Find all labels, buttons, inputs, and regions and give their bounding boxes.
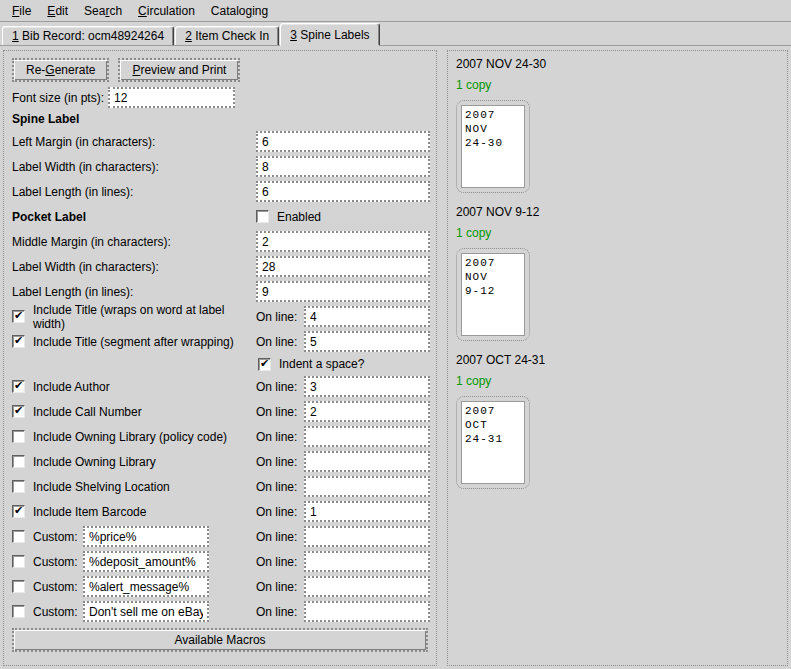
call-number-on-line-field[interactable] <box>304 401 430 422</box>
title-segment-on-line-field[interactable] <box>304 331 430 352</box>
on-line-label: On line: <box>256 430 304 444</box>
spine-label-preview-text: 2007 NOV 24-30 <box>461 105 525 188</box>
on-line-label: On line: <box>256 580 304 594</box>
on-line-label: On line: <box>256 310 304 324</box>
spine-label-preview: 2007 OCT 24-31 <box>456 396 530 489</box>
item-barcode-on-line-field[interactable] <box>304 501 430 522</box>
label-group-title: 2007 NOV 24-30 <box>456 57 779 71</box>
custom-row-3: Custom: On line: <box>12 576 428 597</box>
custom-2-checkbox[interactable] <box>12 555 25 568</box>
menu-item-search[interactable]: Search <box>76 2 130 20</box>
pocket-label-length-row: Label Length (in lines): <box>12 281 428 302</box>
on-line-label: On line: <box>256 480 304 494</box>
custom-label: Custom: <box>33 605 83 619</box>
spine-label-length-label: Label Length (in lines): <box>12 185 256 199</box>
custom-3-value-field[interactable] <box>83 576 209 597</box>
custom-1-on-line-field[interactable] <box>304 526 430 547</box>
font-size-label: Font size (in pts): <box>12 91 108 105</box>
custom-3-checkbox[interactable] <box>12 580 25 593</box>
panel-splitter[interactable] <box>437 50 447 666</box>
include-item-barcode-label: Include Item Barcode <box>33 505 146 519</box>
menubar: File Edit Search Circulation Cataloging <box>0 0 791 22</box>
include-shelving-location-label: Include Shelving Location <box>33 480 170 494</box>
custom-label: Custom: <box>33 580 83 594</box>
custom-1-checkbox[interactable] <box>12 530 25 543</box>
content-area: Re-Generate Preview and Print Font size … <box>0 46 791 669</box>
custom-4-value-field[interactable] <box>83 601 209 622</box>
copy-count: 1 copy <box>456 374 779 388</box>
label-group-title: 2007 NOV 9-12 <box>456 205 779 219</box>
include-author-checkbox[interactable] <box>12 380 25 393</box>
include-title-segment-checkbox[interactable] <box>12 335 25 348</box>
include-author-label: Include Author <box>33 380 110 394</box>
include-title-segment-label: Include Title (segment after wrapping) <box>33 335 234 349</box>
pocket-label-length-field[interactable] <box>256 281 430 302</box>
title-wrap-on-line-field[interactable] <box>304 306 430 327</box>
pocket-label-width-label: Label Width (in characters): <box>12 260 256 274</box>
pocket-enabled-checkbox[interactable] <box>256 210 269 223</box>
pocket-label-length-label: Label Length (in lines): <box>12 285 256 299</box>
menu-item-file[interactable]: File <box>4 2 39 20</box>
label-group: 2007 NOV 24-30 1 copy 2007 NOV 24-30 <box>456 57 779 193</box>
spine-label-length-field[interactable] <box>256 181 430 202</box>
tab-spine-labels[interactable]: 3 Spine Labels <box>280 23 379 46</box>
available-macros-button[interactable]: Available Macros <box>12 628 428 652</box>
custom-1-value-field[interactable] <box>83 526 209 547</box>
copy-count: 1 copy <box>456 226 779 240</box>
spine-label-preview-text: 2007 NOV 9-12 <box>461 253 525 336</box>
on-line-label: On line: <box>256 455 304 469</box>
menu-item-edit[interactable]: Edit <box>39 2 76 20</box>
menu-item-cataloging[interactable]: Cataloging <box>203 2 276 20</box>
label-group-title: 2007 OCT 24-31 <box>456 353 779 367</box>
custom-row-4: Custom: On line: <box>12 601 428 622</box>
custom-2-value-field[interactable] <box>83 551 209 572</box>
left-margin-label: Left Margin (in characters): <box>12 135 256 149</box>
pocket-label-width-field[interactable] <box>256 256 430 277</box>
owning-library-on-line-field[interactable] <box>304 451 430 472</box>
preview-and-print-button[interactable]: Preview and Print <box>118 58 240 82</box>
on-line-label: On line: <box>256 380 304 394</box>
regenerate-button[interactable]: Re-Generate <box>12 58 109 82</box>
custom-label: Custom: <box>33 555 83 569</box>
spine-label-config-panel: Re-Generate Preview and Print Font size … <box>3 50 437 666</box>
shelving-location-on-line-field[interactable] <box>304 476 430 497</box>
menu-item-circulation[interactable]: Circulation <box>130 2 203 20</box>
custom-row-1: Custom: On line: <box>12 526 428 547</box>
on-line-label: On line: <box>256 555 304 569</box>
on-line-label: On line: <box>256 605 304 619</box>
spine-label-preview-text: 2007 OCT 24-31 <box>461 401 525 484</box>
include-owning-library-label: Include Owning Library <box>33 455 156 469</box>
copy-count: 1 copy <box>456 78 779 92</box>
include-item-barcode-checkbox[interactable] <box>12 505 25 518</box>
middle-margin-field[interactable] <box>256 231 430 252</box>
include-owning-library-checkbox[interactable] <box>12 455 25 468</box>
label-group: 2007 NOV 9-12 1 copy 2007 NOV 9-12 <box>456 205 779 341</box>
include-item-barcode-row: Include Item Barcode On line: <box>12 501 428 522</box>
middle-margin-row: Middle Margin (in characters): <box>12 231 428 252</box>
font-size-field[interactable] <box>108 87 235 108</box>
spine-label-width-field[interactable] <box>256 156 430 177</box>
include-owning-library-row: Include Owning Library On line: <box>12 451 428 472</box>
custom-4-on-line-field[interactable] <box>304 601 430 622</box>
owning-library-policy-on-line-field[interactable] <box>304 426 430 447</box>
include-call-number-row: Include Call Number On line: <box>12 401 428 422</box>
custom-2-on-line-field[interactable] <box>304 551 430 572</box>
label-group: 2007 OCT 24-31 1 copy 2007 OCT 24-31 <box>456 353 779 489</box>
indent-space-label: Indent a space? <box>279 357 364 371</box>
tab-item-check-in[interactable]: 2 Item Check In <box>175 26 279 45</box>
include-owning-library-policy-checkbox[interactable] <box>12 430 25 443</box>
spine-label-preview: 2007 NOV 24-30 <box>456 100 530 193</box>
custom-3-on-line-field[interactable] <box>304 576 430 597</box>
include-call-number-checkbox[interactable] <box>12 405 25 418</box>
spine-label-preview: 2007 NOV 9-12 <box>456 248 530 341</box>
indent-space-checkbox[interactable] <box>258 358 271 371</box>
author-on-line-field[interactable] <box>304 376 430 397</box>
indent-space-row: Indent a space? <box>12 356 428 372</box>
tab-bib-record[interactable]: 1 Bib Record: ocm48924264 <box>2 26 174 45</box>
include-title-wrap-checkbox[interactable] <box>12 310 25 323</box>
toolbar: Re-Generate Preview and Print <box>12 58 428 82</box>
custom-4-checkbox[interactable] <box>12 605 25 618</box>
include-shelving-location-checkbox[interactable] <box>12 480 25 493</box>
include-call-number-label: Include Call Number <box>33 405 142 419</box>
left-margin-field[interactable] <box>256 131 430 152</box>
